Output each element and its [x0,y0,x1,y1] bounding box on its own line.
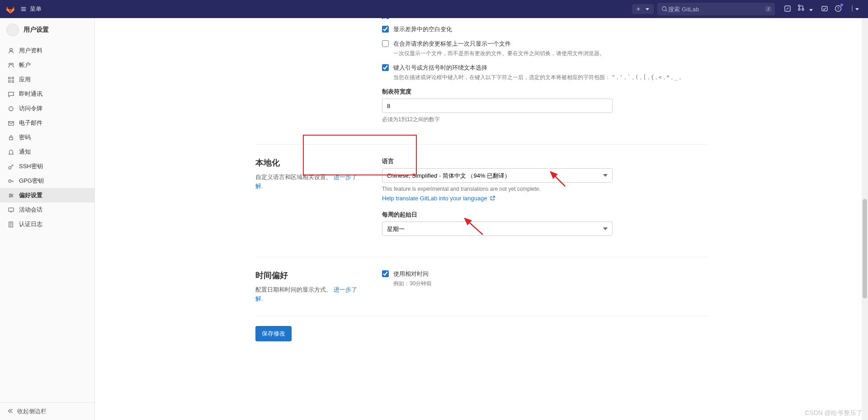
svg-rect-11 [8,77,10,79]
key-icon [7,163,14,170]
sidebar-item-label: 用户资料 [19,47,42,55]
svg-text:?: ? [837,6,839,11]
sidebar-item-profile[interactable]: 用户资料 [0,43,94,58]
topbar: 菜单 / ? [0,0,868,18]
sidebar-item-password[interactable]: 密码 [0,130,94,145]
language-label: 语言 [382,157,708,165]
sidebar-item-label: 帐户 [19,61,31,69]
sidebar-header[interactable]: 用户设置 [0,18,94,42]
language-hint: This feature is experimental and transla… [382,185,708,193]
notifications-icon [7,148,14,156]
truncated-checkbox[interactable] [382,18,389,19]
chevrons-left-icon [7,408,14,415]
collapse-sidebar-button[interactable]: 收起侧边栏 [0,402,94,420]
weekstart-group: 每周的起始日 星期一 [382,211,708,236]
language-group: 语言 Chinese, Simplified - 简体中文 （94% 已翻译） … [382,157,708,203]
sidebar-item-apps[interactable]: 应用 [0,72,94,87]
search-input[interactable] [668,6,765,13]
sidebar-item-label: 偏好设置 [19,191,42,199]
sessions-icon [7,206,14,213]
merge-icon [797,4,805,11]
svg-point-0 [662,7,666,11]
surround-label[interactable]: 键入引号或方括号时的环绕文本选择 [393,64,487,71]
authlog-icon [7,221,14,228]
weekstart-label: 每周的起始日 [382,211,708,219]
hamburger-icon [20,5,27,13]
localization-section: 本地化 自定义语言和区域相关设置。 进一步了解. 语言 Chinese, Sim… [255,145,708,257]
weekstart-select[interactable]: 星期一 [382,222,613,236]
tabwidth-hint: 必须为1到12之间的数字 [382,115,708,123]
localization-title: 本地化 [255,157,364,168]
svg-rect-23 [8,208,13,211]
todos-button[interactable] [819,3,830,15]
chevron-down-icon [644,5,651,13]
sidebar-item-gpg[interactable]: GPG密钥 [0,174,94,188]
profile-icon [7,47,14,54]
time-desc: 配置日期和时间的显示方式。 进一步了解. [255,285,364,303]
onefile-hint: 一次仅显示一个文件，而不是所有更改的文件。要在文件之间切换，请使用文件浏览器。 [393,49,708,57]
scrollbar-track[interactable] [862,18,868,420]
save-button[interactable]: 保存修改 [255,326,292,341]
svg-rect-14 [12,80,14,82]
sidebar-item-preferences[interactable]: 偏好设置 [0,188,94,203]
preferences-icon [7,192,14,199]
sidebar-item-label: 活动会话 [19,206,42,214]
sidebar-item-label: 密码 [19,133,31,142]
search-shortcut: / [765,6,771,12]
user-menu[interactable] [846,3,863,15]
merge-requests-button[interactable] [796,2,816,16]
onefile-checkbox[interactable] [382,40,389,47]
main-content: 显示差异中的空白变化 在合并请求的变更标签上一次只显示一个文件 一次仅显示一个文… [95,18,868,420]
whitespace-label[interactable]: 显示差异中的空白变化 [393,26,452,33]
help-button[interactable]: ? [833,3,844,15]
sidebar-item-sessions[interactable]: 活动会话 [0,203,94,217]
svg-point-10 [11,63,13,65]
sidebar-item-account[interactable]: 帐户 [0,58,94,72]
localization-desc: 自定义语言和区域相关设置。 进一步了解. [255,173,364,190]
external-link-icon [490,195,495,203]
relative-time-label[interactable]: 使用相对时间 [393,270,429,277]
gitlab-logo-icon[interactable] [5,4,15,14]
translate-link[interactable]: Help translate GitLab into your language [382,195,495,202]
issues-button[interactable] [782,3,793,15]
tabwidth-group: 制表符宽度 必须为1到12之间的数字 [382,88,708,123]
sidebar-item-label: 认证日志 [19,220,42,228]
chevron-down-icon [854,6,861,13]
sidebar-item-authlog[interactable]: 认证日志 [0,217,94,231]
sidebar-item-label: SSH密钥 [19,162,43,170]
create-button[interactable] [632,4,654,14]
truncated-checkbox-row [382,18,708,19]
svg-point-22 [9,196,10,197]
sidebar-item-key[interactable]: SSH密钥 [0,159,94,174]
whitespace-checkbox[interactable] [382,26,389,33]
apps-icon [7,76,14,83]
svg-rect-17 [9,137,13,140]
menu-label: 菜单 [30,5,42,13]
sidebar-item-label: 即时通讯 [19,90,42,98]
search-box[interactable]: / [657,3,775,15]
language-select[interactable]: Chinese, Simplified - 简体中文 （94% 已翻译） [382,168,613,183]
tabwidth-input[interactable] [382,99,613,113]
sidebar-item-chat[interactable]: 即时通讯 [0,87,94,101]
scrollbar-thumb[interactable] [863,199,867,298]
surround-checkbox[interactable] [382,64,389,71]
plus-icon [635,5,642,13]
issues-icon [784,5,791,12]
sidebar-item-token[interactable]: 访问令牌 [0,101,94,116]
email-icon [7,119,14,127]
sidebar-item-email[interactable]: 电子邮件 [0,116,94,130]
svg-point-19 [8,179,11,182]
surround-checkbox-row: 键入引号或方括号时的环绕文本选择 当您在描述或评论框中键入时，在键入以下字符之一… [382,64,708,81]
todo-icon [821,5,828,12]
sidebar-item-label: 应用 [19,76,31,84]
sidebar-item-notifications[interactable]: 通知 [0,145,94,159]
relative-time-checkbox[interactable] [382,270,389,277]
svg-point-8 [9,48,12,51]
svg-point-4 [802,9,804,10]
menu-button[interactable]: 菜单 [20,5,42,13]
whitespace-checkbox-row: 显示差异中的空白变化 [382,25,708,33]
gpg-icon [7,177,14,184]
notification-dot [840,4,843,6]
sidebar-item-label: 电子邮件 [19,119,42,127]
onefile-label[interactable]: 在合并请求的变更标签上一次只显示一个文件 [393,40,511,47]
